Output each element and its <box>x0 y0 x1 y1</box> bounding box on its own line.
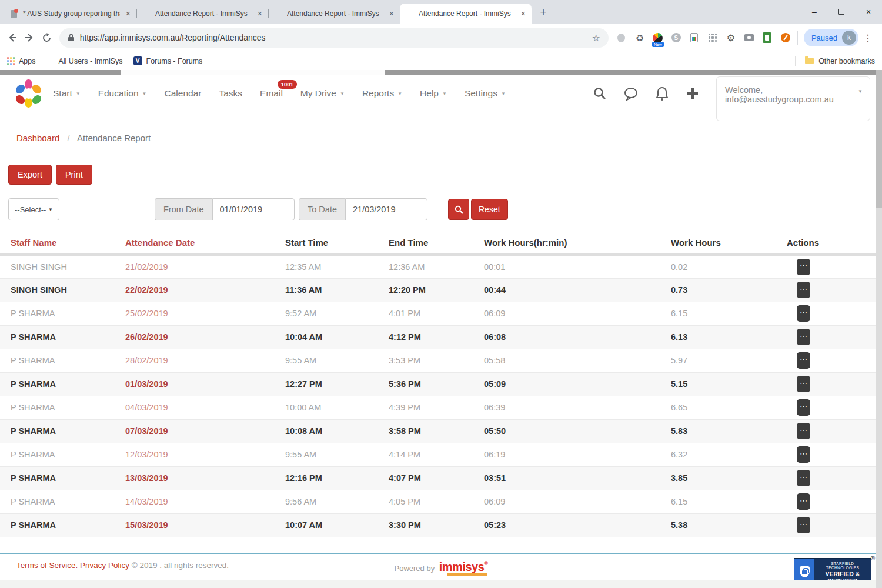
recycle-icon[interactable]: ♻ <box>634 31 646 44</box>
row-actions-button[interactable]: ⋯ <box>797 376 810 392</box>
welcome-text: Welcome, info@ausstudygroup.com.au <box>725 85 853 104</box>
back-button[interactable] <box>4 29 21 46</box>
bookmark-forums[interactable]: V Forums - Forums <box>133 56 203 65</box>
page-scrollbar[interactable] <box>876 70 882 588</box>
minimize-button[interactable]: – <box>801 0 828 24</box>
tab-close-icon[interactable]: × <box>125 9 132 18</box>
cell-date[interactable]: 26/02/2019 <box>125 325 285 349</box>
cell-date[interactable]: 13/03/2019 <box>125 466 285 490</box>
forward-button[interactable] <box>21 29 39 46</box>
profile-avatar[interactable]: k <box>842 31 856 45</box>
nav-label: Tasks <box>219 88 242 99</box>
reset-button[interactable]: Reset <box>471 199 508 220</box>
scrollbar-thumb[interactable] <box>876 70 882 208</box>
cell-date[interactable]: 25/02/2019 <box>125 302 285 325</box>
cell-date[interactable]: 21/02/2019 <box>125 255 285 278</box>
nav-label: Calendar <box>165 88 202 99</box>
notifications-bell-icon[interactable] <box>655 86 669 101</box>
row-actions-button[interactable]: ⋯ <box>797 329 810 345</box>
table-row: P SHARMA14/03/20199:56 AM4:05 PM06:096.1… <box>0 490 882 513</box>
browser-tab[interactable]: Attendance Report - ImmiSys× <box>136 4 268 24</box>
skype-icon[interactable]: S <box>670 31 682 44</box>
row-actions-button[interactable]: ⋯ <box>797 446 810 463</box>
row-actions-button[interactable]: ⋯ <box>797 517 810 533</box>
nav-help[interactable]: Help▼ <box>420 88 447 99</box>
nav-settings[interactable]: Settings▼ <box>465 88 506 99</box>
cell-date[interactable]: 22/02/2019 <box>125 278 285 302</box>
print-button[interactable]: Print <box>56 165 92 185</box>
to-date-input[interactable] <box>345 198 427 220</box>
other-bookmarks[interactable]: Other bookmarks <box>818 57 875 65</box>
row-actions-button[interactable]: ⋯ <box>797 423 810 439</box>
row-actions-button[interactable]: ⋯ <box>797 259 810 275</box>
cell-staff: P SHARMA <box>0 396 125 419</box>
gear-icon[interactable]: ⚙ <box>725 31 737 44</box>
cell-date[interactable]: 04/03/2019 <box>125 396 285 419</box>
cell-hhmm: 06:19 <box>484 443 671 466</box>
cell-date[interactable]: 12/03/2019 <box>125 443 285 466</box>
sync-paused-pill[interactable]: Paused k <box>804 29 858 46</box>
tab-close-icon[interactable]: × <box>520 9 527 18</box>
browser-tab[interactable]: Attendance Report - ImmiSys× <box>268 4 400 24</box>
row-actions-button[interactable]: ⋯ <box>797 470 810 486</box>
cell-end: 5:36 PM <box>389 372 484 396</box>
new-tab-button[interactable]: + <box>535 4 552 21</box>
notes-doc-icon[interactable] <box>689 31 700 44</box>
cell-dec: 6.13 <box>671 325 787 349</box>
cell-staff: P SHARMA <box>0 513 125 537</box>
cell-staff: P SHARMA <box>0 302 125 325</box>
search-icon[interactable] <box>593 86 607 101</box>
close-window-button[interactable]: × <box>855 0 882 24</box>
extension-egg-icon[interactable] <box>616 31 627 44</box>
nav-email[interactable]: Email1001 <box>260 88 283 99</box>
green-door-icon[interactable] <box>761 31 773 44</box>
bookmark-all-users[interactable]: All Users - ImmiSys <box>46 57 123 65</box>
chat-icon[interactable] <box>623 86 639 101</box>
row-actions-button[interactable]: ⋯ <box>797 399 810 416</box>
cell-date[interactable]: 01/03/2019 <box>125 372 285 396</box>
col-staff-name[interactable]: Staff Name <box>0 233 125 255</box>
chevron-down-icon: ▼ <box>501 91 506 96</box>
grid-icon[interactable] <box>707 31 719 44</box>
add-plus-icon[interactable] <box>686 86 700 101</box>
staff-select-dropdown[interactable]: --Select-- ▼ <box>8 198 59 220</box>
row-actions-button[interactable]: ⋯ <box>797 282 810 298</box>
apps-shortcut[interactable]: Apps <box>7 57 36 65</box>
nav-tasks[interactable]: Tasks <box>219 88 242 99</box>
row-actions-button[interactable]: ⋯ <box>797 305 810 322</box>
cell-date[interactable]: 14/03/2019 <box>125 490 285 513</box>
reload-button[interactable] <box>38 29 56 46</box>
back-icon <box>7 32 18 43</box>
browser-menu-button[interactable]: ⋮ <box>863 32 873 44</box>
restore-button[interactable] <box>828 0 855 24</box>
col-attendance-date[interactable]: Attendance Date <box>125 233 285 255</box>
user-menu[interactable]: Welcome, info@ausstudygroup.com.au ▼ <box>716 76 870 121</box>
nav-reports[interactable]: Reports▼ <box>362 88 402 99</box>
cell-date[interactable]: 07/03/2019 <box>125 419 285 443</box>
nav-my-drive[interactable]: My Drive▼ <box>300 88 345 99</box>
address-bar[interactable]: https://app.immisys.com.au/Reporting/Att… <box>59 28 609 48</box>
cell-date[interactable]: 15/03/2019 <box>125 513 285 537</box>
browser-tab[interactable]: Attendance Report - ImmiSys× <box>400 4 532 24</box>
tab-close-icon[interactable]: × <box>256 9 263 18</box>
row-actions-button[interactable]: ⋯ <box>797 352 810 369</box>
speed-gauge-new-icon[interactable]: New <box>652 31 664 44</box>
page-title: Attendance Report <box>77 133 151 143</box>
orange-pen-icon[interactable] <box>780 31 791 44</box>
row-actions-button[interactable]: ⋯ <box>797 493 810 510</box>
cell-date[interactable]: 28/02/2019 <box>125 349 285 372</box>
browser-tab[interactable]: * AUS Study group reporting tha× <box>5 4 136 24</box>
camera-icon[interactable] <box>743 31 755 44</box>
aus-study-group-logo[interactable] <box>15 80 42 107</box>
bookmark-star-icon[interactable]: ☆ <box>592 32 600 44</box>
breadcrumb-dashboard[interactable]: Dashboard <box>16 133 59 143</box>
nav-calendar[interactable]: Calendar <box>165 88 202 99</box>
search-button[interactable] <box>448 199 469 220</box>
nav-education[interactable]: Education▼ <box>98 88 147 99</box>
from-date-input[interactable] <box>212 198 295 220</box>
cell-dec: 5.97 <box>671 349 787 372</box>
chevron-down-icon: ▼ <box>858 89 863 94</box>
export-button[interactable]: Export <box>8 165 52 185</box>
tab-close-icon[interactable]: × <box>388 9 395 18</box>
nav-start[interactable]: Start▼ <box>53 88 81 99</box>
